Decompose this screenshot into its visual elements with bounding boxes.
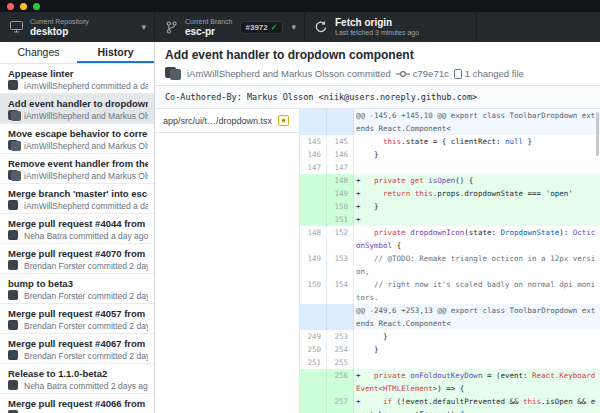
commit-list-item[interactable]: Remove event handler from the bran… iAmW… <box>0 154 154 184</box>
diff-row: 150 154 // right now it's scaled badly o… <box>300 278 600 304</box>
fetch-origin-button[interactable]: Fetch origin Last fetched 3 minutes ago <box>305 12 477 42</box>
diff-code-line <box>354 161 600 174</box>
branch-selector-button[interactable]: Current Branch esc-pr #3972 ✓ ▾ <box>155 12 305 42</box>
diff-gutter-old <box>300 395 327 413</box>
diff-gutter-old: 150 <box>300 278 327 304</box>
commit-byline: iAmWillShepherd and Markus Olsson… <box>24 111 148 121</box>
diff-gutter-new: 255 <box>327 356 354 369</box>
diff-row: 146 146 } <box>300 148 600 161</box>
commit-byline: iAmWillShepherd committed a day ago <box>24 81 148 91</box>
diff-gutter-old <box>300 174 327 187</box>
commit-byline: iAmWillShepherd and Markus Olsson… <box>24 171 148 181</box>
commit-list-item[interactable]: Merge branch 'master' into esc-pr iAmWil… <box>0 184 154 214</box>
tab-changes[interactable]: Changes <box>0 42 77 63</box>
avatar <box>8 140 20 151</box>
sidebar-tabs: Changes History <box>0 42 154 64</box>
diff-gutter-old: 251 <box>300 356 327 369</box>
commit-list-item[interactable]: Add event handler to dropdown com… iAmWi… <box>0 94 154 124</box>
tab-history[interactable]: History <box>77 42 154 63</box>
diff-code-line: @@ -249,6 +253,13 @@ export class Toolba… <box>354 304 600 330</box>
commit-title: Remove event handler from the bran… <box>8 157 148 170</box>
avatar <box>8 350 20 361</box>
diff-code-line: // right now it's scaled badly on normal… <box>354 278 600 304</box>
repository-label: Current Repository <box>30 17 89 26</box>
diff-gutter-new: 254 <box>327 343 354 356</box>
file-icon <box>454 69 462 79</box>
commit-title: Merge branch 'master' into esc-pr <box>8 187 148 200</box>
commit-sha: c79e71c <box>413 68 449 79</box>
diff-gutter-old: 145 <box>300 135 327 148</box>
modified-icon <box>278 115 289 126</box>
avatar <box>8 290 20 301</box>
diff-code-line <box>354 356 600 369</box>
avatar <box>8 380 20 391</box>
commit-byline: Brendan Forster committed 2 days ago <box>24 291 148 301</box>
diff-viewer[interactable]: @@ -145,6 +145,10 @@ export class Toolba… <box>300 109 600 413</box>
toolbar-spacer <box>477 12 600 42</box>
diff-code-line: + if (!event.defaultPrevented && this.is… <box>354 395 600 413</box>
diff-gutter-new: 152 <box>327 226 354 252</box>
git-commit-icon <box>396 70 410 78</box>
diff-code-line: + private onFoldoutKeyDown = (event: Rea… <box>354 369 600 395</box>
diff-gutter-old: 250 <box>300 343 327 356</box>
commit-title: Merge pull request #4044 from des… <box>8 217 148 230</box>
commit-list-item[interactable]: Appease linter iAmWillShepherd committed… <box>0 64 154 94</box>
diff-gutter-new <box>327 109 354 135</box>
diff-code-line: // @TODO: Remake triangle octicon in a 1… <box>354 252 600 278</box>
diff-gutter-old <box>300 187 327 200</box>
avatar <box>8 170 20 181</box>
pr-number: #3972 <box>246 23 268 32</box>
commit-header: Add event handler to dropdown component … <box>155 42 600 86</box>
avatar <box>8 260 20 271</box>
commit-description: Co-Authored-By: Markus Olsson <niik@user… <box>155 86 600 109</box>
diff-gutter-new: 153 <box>327 252 354 278</box>
diff-code-line: + return this.props.dropdownState === 'o… <box>354 187 600 200</box>
diff-gutter-new: 147 <box>327 161 354 174</box>
diff-code-line: } <box>354 330 600 343</box>
commit-title: Merge pull request #4070 from desk… <box>8 247 148 260</box>
sync-icon <box>313 21 329 33</box>
commit-title: Add event handler to dropdown com… <box>8 97 148 110</box>
close-window-button[interactable] <box>7 3 14 10</box>
diff-gutter-new: 148 <box>327 174 354 187</box>
diff-gutter-new: 253 <box>327 330 354 343</box>
commit-list-item[interactable]: bump to beta3 Brendan Forster committed … <box>0 274 154 304</box>
diff-row: 257 + if (!event.defaultPrevented && thi… <box>300 395 600 413</box>
commit-list[interactable]: Appease linter iAmWillShepherd committed… <box>0 64 154 413</box>
file-item[interactable]: app/src/ui/t…/dropdown.tsx <box>155 109 299 133</box>
commit-list-item[interactable]: Merge pull request #4066 from des… <box>0 394 154 413</box>
zoom-window-button[interactable] <box>33 3 40 10</box>
commit-byline: Brendan Forster committed 2 days ago <box>24 261 148 271</box>
diff-gutter-new: 150 <box>327 200 354 213</box>
commit-title: bump to beta3 <box>8 277 148 290</box>
commit-list-item[interactable]: Release to 1.1.0-beta2 Neha Batra commit… <box>0 364 154 394</box>
repository-selector-button[interactable]: Current Repository desktop ▾ <box>0 12 155 42</box>
commit-list-item[interactable]: Move escape behavior to correct co… iAmW… <box>0 124 154 154</box>
diff-row: 148 + private get isOpen() { <box>300 174 600 187</box>
diff-gutter-old: 148 <box>300 226 327 252</box>
diff-gutter-new: 256 <box>327 369 354 395</box>
branch-name: esc-pr <box>185 26 232 37</box>
diff-code-line: } <box>354 343 600 356</box>
diff-row: 151 + <box>300 213 600 226</box>
commit-byline: Brendan Forster committed 2 days ago <box>24 351 148 361</box>
changed-file-list: app/src/ui/t…/dropdown.tsx <box>155 109 300 413</box>
changed-files-count: 1 changed file <box>465 68 524 79</box>
diff-gutter-old: 146 <box>300 148 327 161</box>
commit-list-item[interactable]: Merge pull request #4067 from desk… Bren… <box>0 334 154 364</box>
diff-gutter-new: 146 <box>327 148 354 161</box>
minimize-window-button[interactable] <box>20 3 27 10</box>
repository-name: desktop <box>30 26 89 37</box>
commit-sha-group: c79e71c <box>396 68 449 79</box>
commit-list-item[interactable]: Merge pull request #4057 from desk… Bren… <box>0 304 154 334</box>
commit-list-item[interactable]: Merge pull request #4070 from desk… Bren… <box>0 244 154 274</box>
commit-list-item[interactable]: Merge pull request #4044 from des… Neha … <box>0 214 154 244</box>
diff-row: 149 153 // @TODO: Remake triangle octico… <box>300 252 600 278</box>
diff-scrollbar[interactable] <box>596 112 599 156</box>
commit-byline: Neha Batra committed 2 days ago <box>24 381 148 391</box>
diff-code-line: @@ -145,6 +145,10 @@ export class Toolba… <box>354 109 600 135</box>
diff-row: @@ -249,6 +253,13 @@ export class Toolba… <box>300 304 600 330</box>
diff-gutter-new: 145 <box>327 135 354 148</box>
diff-gutter-old <box>300 369 327 395</box>
diff-row: 149 + return this.props.dropdownState ==… <box>300 187 600 200</box>
